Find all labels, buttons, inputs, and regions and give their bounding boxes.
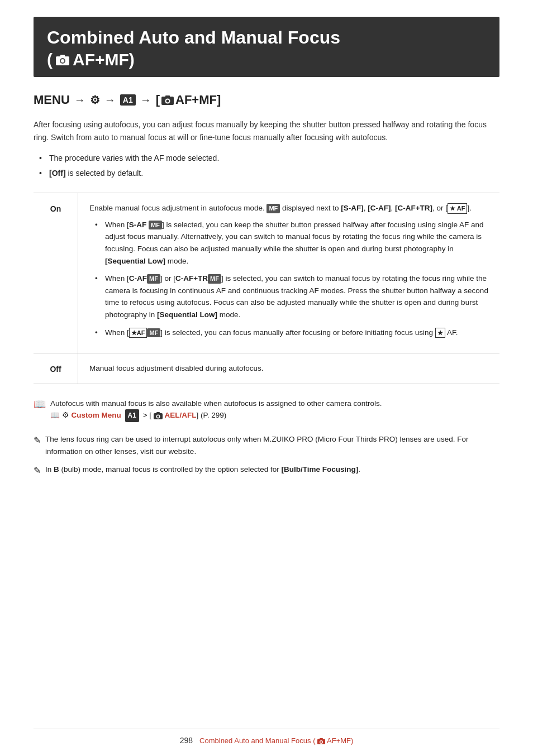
bullet-list: The procedure varies with the AF mode se… xyxy=(34,152,499,179)
tips-section: ✎ The lens focus ring can be used to int… xyxy=(34,433,499,477)
tip-2-text: In B (bulb) mode, manual focus is contro… xyxy=(45,463,360,476)
footer-camera-icon xyxy=(317,738,325,744)
svg-point-15 xyxy=(320,741,322,743)
page-number: 298 xyxy=(180,736,193,745)
star-af-3: ★AF xyxy=(129,328,147,338)
mf-badge-2: MF xyxy=(147,274,160,283)
note-text: Autofocus with manual focus is also avai… xyxy=(50,399,382,408)
on-label: On xyxy=(34,193,78,353)
star-af-4: ★ xyxy=(435,328,445,338)
svg-point-7 xyxy=(166,99,169,102)
tip-2: ✎ In B (bulb) mode, manual focus is cont… xyxy=(34,463,499,478)
subtitle-text: AF+MF) xyxy=(73,50,135,69)
camera-bracket-icon xyxy=(161,95,174,105)
camera-icon xyxy=(56,55,69,65)
svg-rect-1 xyxy=(60,55,65,57)
page-subtitle: ( AF+MF) xyxy=(47,50,486,69)
arrow-2: → xyxy=(104,94,116,107)
mf-badge-4: MF xyxy=(147,328,160,337)
star-af-intro: ★ AF xyxy=(448,203,467,213)
svg-rect-5 xyxy=(165,95,170,98)
page-ref: (P. 299) xyxy=(201,411,226,419)
custom-menu-link[interactable]: Custom Menu xyxy=(72,411,121,419)
settings-table: On Enable manual focus adjustment in aut… xyxy=(34,193,499,384)
note-section: 📖 Autofocus with manual focus is also av… xyxy=(34,398,499,423)
on-bullet-1: When [S-AF MF] is selected, you can keep… xyxy=(95,219,488,267)
note-ref: 📖 ⚙ Custom Menu A1 > [ AEL/AFL] (P. 299) xyxy=(50,411,226,419)
af-mf-label: [ AF+MF] xyxy=(156,93,221,107)
bullet-1: The procedure varies with the AF mode se… xyxy=(39,152,499,164)
svg-rect-13 xyxy=(320,738,323,740)
mf-badge-3: MF xyxy=(208,274,221,283)
note-icon: 📖 xyxy=(34,396,46,413)
on-intro: Enable manual focus adjustment in autofo… xyxy=(89,202,488,214)
off-content: Manual focus adjustment disabled during … xyxy=(78,353,499,384)
a1-ref-label: A1 xyxy=(125,409,139,422)
tip-2-icon: ✎ xyxy=(34,463,41,478)
on-sub-bullets: When [S-AF MF] is selected, you can keep… xyxy=(89,219,488,338)
svg-rect-9 xyxy=(156,412,160,414)
off-label: Off xyxy=(34,353,78,384)
mf-badge-intro: MF xyxy=(266,204,280,213)
on-content: Enable manual focus adjustment in autofo… xyxy=(78,193,499,353)
intro-text: After focusing using autofocus, you can … xyxy=(34,118,499,143)
tip-1-icon: ✎ xyxy=(34,433,41,448)
table-row-on: On Enable manual focus adjustment in aut… xyxy=(34,193,499,353)
menu-label: MENU xyxy=(34,93,70,107)
svg-point-11 xyxy=(157,415,159,418)
bullet-2: [Off] is selected by default. xyxy=(39,168,499,179)
arrow-1: → xyxy=(74,94,85,107)
book-ref-icon: 📖 xyxy=(50,411,60,419)
page-footer: 298 Combined Auto and Manual Focus ( AF+… xyxy=(34,729,499,745)
menu-path: MENU → ⚙ → A1 → [ AF+MF] xyxy=(34,93,499,107)
arrow-3: → xyxy=(140,94,151,107)
a1-label: A1 xyxy=(120,94,136,106)
on-bullet-3: When [★AFMF] is selected, you can focus … xyxy=(95,327,488,339)
table-row-off: Off Manual focus adjustment disabled dur… xyxy=(34,353,499,384)
mf-badge-1: MF xyxy=(149,221,162,229)
on-bullet-2: When [C-AFMF] or [C-AF+TRMF] is selected… xyxy=(95,272,488,320)
footer-title: Combined Auto and Manual Focus ( AF+MF) xyxy=(199,736,353,745)
svg-point-3 xyxy=(61,59,64,63)
ael-afl-link[interactable]: AEL/AFL xyxy=(165,411,197,419)
gear-icon: ⚙ xyxy=(90,93,100,107)
page-title: Combined Auto and Manual Focus xyxy=(47,27,486,48)
note-autofocus: 📖 Autofocus with manual focus is also av… xyxy=(34,398,499,423)
tip-1-text: The lens focus ring can be used to inter… xyxy=(45,433,499,457)
header-box: Combined Auto and Manual Focus ( AF+MF) xyxy=(34,17,499,77)
tip-1: ✎ The lens focus ring can be used to int… xyxy=(34,433,499,457)
camera-ref-icon xyxy=(154,412,163,419)
gear-ref-icon: ⚙ xyxy=(62,411,72,419)
